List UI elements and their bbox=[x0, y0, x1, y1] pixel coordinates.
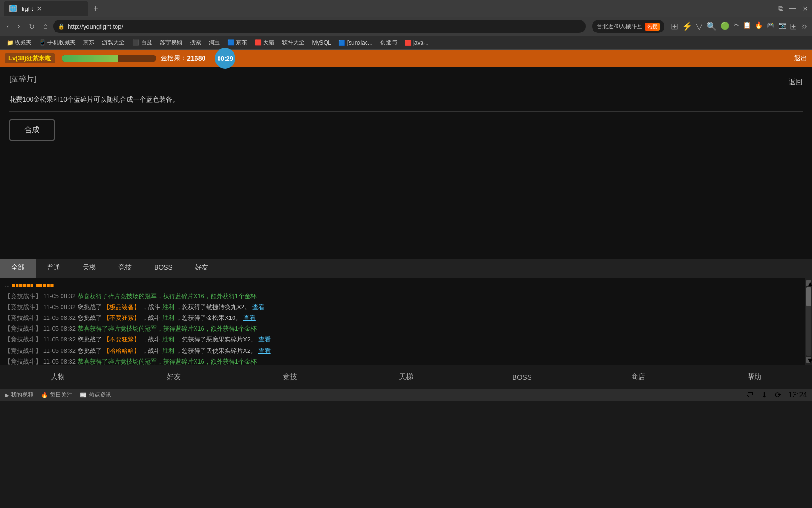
exit-button[interactable]: 退出 bbox=[794, 54, 807, 63]
tab-close-icon[interactable]: ✕ bbox=[36, 4, 42, 13]
extension-icon2[interactable]: ✂ bbox=[734, 21, 739, 32]
close-window-icon[interactable]: ✕ bbox=[802, 4, 808, 13]
battle-log-section: 全部 普通 天梯 竞技 BOSS 好友 ... ■■■■■■ ■■■■■ 【竞技… bbox=[0, 259, 812, 365]
time-display: 13:24 bbox=[789, 391, 807, 399]
nav-icons: ⊞ ⚡ ▽ 🔍 🟢 ✂ 📋 🔥 🎮 📷 ⊞ ☼ bbox=[671, 21, 809, 32]
bookmark-phone[interactable]: 📱 手机收藏夹 bbox=[36, 38, 78, 48]
status-label-follow: 每日关注 bbox=[50, 391, 72, 399]
bookmark-baidu[interactable]: ⬛ 百度 bbox=[129, 38, 155, 48]
compose-button[interactable]: 合成 bbox=[9, 119, 55, 141]
bookmark-search[interactable]: 搜索 bbox=[187, 38, 204, 48]
divider bbox=[9, 111, 803, 112]
lightning-icon[interactable]: ⚡ bbox=[682, 21, 692, 32]
tab-pvp[interactable]: 竞技 bbox=[107, 259, 143, 278]
extension-icon6[interactable]: 📷 bbox=[778, 21, 786, 32]
forward-button[interactable]: › bbox=[15, 20, 23, 32]
bookmark-jd2[interactable]: 🟦 京东 bbox=[225, 38, 250, 48]
url-text: http://youngfight.top/ bbox=[68, 23, 123, 30]
minimize-icon[interactable]: ⧉ bbox=[778, 4, 783, 13]
log-line-1: 【竞技战斗】 11-05 08:32 恭喜获得了碎片竞技场的冠军，获得蓝碎片X1… bbox=[5, 291, 801, 302]
xp-bar-fill bbox=[62, 55, 118, 62]
bookmark-games[interactable]: 游戏大全 bbox=[99, 38, 127, 48]
back-button[interactable]: 返回 bbox=[789, 78, 803, 87]
log-line-6: 【竞技战斗】 11-05 08:32 您挑战了 【哈哈哈哈】 ，战斗 胜利 ，您… bbox=[5, 346, 801, 356]
status-hot-news[interactable]: 📰 热点资讯 bbox=[80, 391, 111, 399]
extension-icon3[interactable]: 📋 bbox=[743, 21, 751, 32]
home-button[interactable]: ⌂ bbox=[40, 20, 51, 32]
scrollbar[interactable]: ▲ ▼ bbox=[805, 278, 812, 365]
log-line-5: 【竞技战斗】 11-05 08:32 您挑战了 【不要狂紫】 ，战斗 胜利 ，您… bbox=[5, 334, 801, 345]
grid2-icon[interactable]: ⊞ bbox=[790, 21, 797, 32]
bookmark-java[interactable]: 🟥 java-... bbox=[402, 39, 433, 47]
nav-friends[interactable]: 好友 bbox=[116, 365, 232, 389]
nav-character[interactable]: 人物 bbox=[0, 365, 116, 389]
content-panel: [蓝碎片] 返回 花费100金松果和10个蓝碎片可以随机合成一个蓝色装备。 合成 bbox=[0, 67, 812, 255]
search-area[interactable]: 台北近40人械斗互 热搜 bbox=[592, 20, 664, 33]
status-my-video[interactable]: ▶ 我的视频 bbox=[5, 391, 33, 399]
bookmark-label-0: 收藏夹 bbox=[15, 39, 31, 47]
game-tab-bar: 全部 普通 天梯 竞技 BOSS 好友 bbox=[0, 259, 812, 278]
log-line-0: ... ■■■■■■ ■■■■■ bbox=[5, 280, 801, 291]
log-line-3: 【竞技战斗】 11-05 08:32 您挑战了 【不要狂紫】 ，战斗 胜利 ，您… bbox=[5, 313, 801, 323]
log-link-1[interactable]: 查看 bbox=[252, 303, 265, 310]
bookmark-software[interactable]: 软件大全 bbox=[279, 38, 307, 48]
nav-boss[interactable]: BOSS bbox=[464, 365, 580, 389]
news-icon: 📰 bbox=[80, 392, 87, 398]
refresh-button[interactable]: ↻ bbox=[26, 20, 38, 33]
browser-chrome: 🌐 fight ✕ + ⧉ — ✕ ‹ › ↻ ⌂ 🔒 http://young… bbox=[0, 0, 812, 50]
status-right-area: 🛡 ⬇ ⟳ 13:24 bbox=[746, 390, 807, 399]
tab-favicon: 🌐 bbox=[9, 5, 17, 12]
status-daily-follow[interactable]: 🔥 每日关注 bbox=[41, 391, 72, 399]
nav-help[interactable]: 帮助 bbox=[696, 365, 812, 389]
address-bar[interactable]: 🔒 http://youngfight.top/ bbox=[53, 20, 586, 33]
extension-icon5[interactable]: 🎮 bbox=[766, 21, 774, 32]
tab-boss[interactable]: BOSS bbox=[143, 259, 184, 278]
maximize-icon[interactable]: — bbox=[789, 4, 796, 13]
tab-all[interactable]: 全部 bbox=[0, 259, 36, 278]
nav-pvp[interactable]: 竞技 bbox=[232, 365, 348, 389]
extension-icon1[interactable]: 🟢 bbox=[720, 21, 730, 32]
download-icon[interactable]: ⬇ bbox=[761, 390, 767, 399]
expand-icon[interactable]: ▽ bbox=[696, 21, 703, 32]
nav-ladder[interactable]: 天梯 bbox=[348, 365, 464, 389]
level-badge: Lv(38)狂紫来啦 bbox=[5, 53, 55, 64]
back-button[interactable]: ‹ bbox=[4, 20, 12, 32]
lock-icon: 🔒 bbox=[58, 23, 65, 30]
bookmark-folder-main[interactable]: 📁 收藏夹 bbox=[4, 38, 34, 48]
bookmark-taobao[interactable]: 淘宝 bbox=[206, 38, 223, 48]
settings-icon[interactable]: ☼ bbox=[801, 21, 809, 32]
bookmark-jd1[interactable]: 京东 bbox=[80, 38, 97, 48]
tab-friends[interactable]: 好友 bbox=[184, 259, 219, 278]
bookmark-sunxiac[interactable]: 🟦 [sunxiac... bbox=[336, 39, 375, 47]
log-container[interactable]: ... ■■■■■■ ■■■■■ 【竞技战斗】 11-05 08:32 恭喜获得… bbox=[0, 278, 805, 365]
browser-tab[interactable]: 🌐 fight ✕ bbox=[4, 1, 88, 16]
tab-ladder[interactable]: 天梯 bbox=[71, 259, 107, 278]
new-tab-button[interactable]: + bbox=[90, 3, 102, 14]
window-controls: ⧉ — ✕ bbox=[778, 4, 808, 13]
nav-shop[interactable]: 商店 bbox=[580, 365, 696, 389]
game-area: Lv(38)狂紫来啦 金松果： 21680 00:29 退出 [蓝碎片] 返回 … bbox=[0, 50, 812, 389]
scroll-thumb[interactable] bbox=[806, 287, 811, 306]
extension-icon4[interactable]: 🔥 bbox=[755, 21, 763, 32]
xp-bar-container bbox=[62, 55, 156, 62]
bookmark-chuangzao[interactable]: 创造与 bbox=[377, 38, 400, 48]
sync-icon[interactable]: ⟳ bbox=[775, 390, 781, 399]
tab-normal[interactable]: 普通 bbox=[36, 259, 71, 278]
browser-status-bar: ▶ 我的视频 🔥 每日关注 📰 热点资讯 🛡 ⬇ ⟳ 13:24 bbox=[0, 389, 812, 401]
timer-display: 00:29 bbox=[215, 48, 235, 69]
bookmark-mysql[interactable]: MySQL bbox=[309, 39, 334, 47]
grid-icon[interactable]: ⊞ bbox=[671, 21, 678, 32]
scroll-down-btn[interactable]: ▼ bbox=[806, 357, 811, 363]
search-icon[interactable]: 🔍 bbox=[706, 21, 717, 32]
log-link-2[interactable]: 查看 bbox=[243, 314, 256, 321]
log-link-4[interactable]: 查看 bbox=[258, 347, 271, 354]
bottom-nav: 人物 好友 竞技 天梯 BOSS 商店 帮助 bbox=[0, 365, 812, 389]
bookmark-tmall[interactable]: 🟥 天猫 bbox=[252, 38, 277, 48]
scroll-up-btn[interactable]: ▲ bbox=[806, 280, 811, 286]
game-header: Lv(38)狂紫来啦 金松果： 21680 00:29 退出 bbox=[0, 50, 812, 67]
nav-bar: ‹ › ↻ ⌂ 🔒 http://youngfight.top/ 台北近40人械… bbox=[0, 17, 812, 36]
tab-bar: 🌐 fight ✕ + ⧉ — ✕ bbox=[0, 0, 812, 17]
log-link-3[interactable]: 查看 bbox=[258, 336, 271, 343]
gold-amount: 21680 bbox=[187, 55, 205, 62]
bookmark-suning[interactable]: 苏宁易购 bbox=[157, 38, 185, 48]
